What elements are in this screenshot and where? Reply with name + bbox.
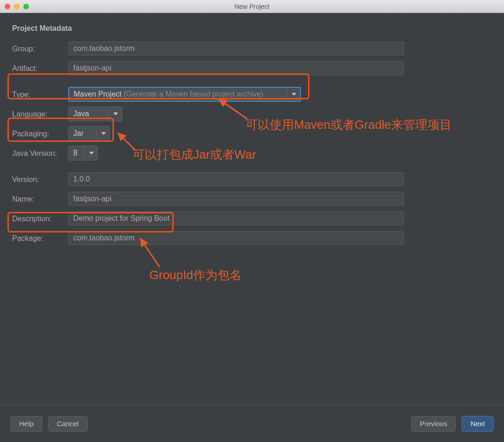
section-title: Project Metadata [12,24,492,33]
close-window-button[interactable] [5,4,10,9]
java-version-dropdown[interactable]: 8 [68,146,98,161]
artifact-input[interactable] [68,61,404,75]
label-name: Name: [12,194,68,203]
name-input[interactable] [68,192,404,206]
description-input[interactable] [68,211,404,225]
cancel-button[interactable]: Cancel [48,416,88,432]
type-dropdown-text: Maven Project (Generate a Maven based pr… [69,90,268,98]
label-java-version: Java Version: [12,148,68,158]
row-artifact: Artifact: [12,59,492,77]
annotation-groupid: GroupId作为包名 [149,267,242,283]
previous-button[interactable]: Previous [411,416,456,432]
label-artifact: Artifact: [12,63,68,73]
chevron-down-icon [109,107,122,121]
row-version: Version: [12,170,492,189]
packaging-value: Jar [69,129,88,138]
language-dropdown[interactable]: Java [68,106,122,121]
titlebar: New Project [0,0,504,13]
row-description: Description: [12,209,492,228]
version-input[interactable] [68,172,404,186]
package-input[interactable] [68,231,404,245]
label-group: Group: [12,44,68,53]
chevron-down-icon [84,146,98,160]
next-button[interactable]: Next [462,416,494,432]
type-hint: (Generate a Maven based project archive) [121,90,263,98]
content-area: Project Metadata Group: Artifact: Type: … [0,13,504,247]
chevron-down-icon [287,88,300,101]
label-description: Description: [12,214,68,223]
chevron-down-icon [97,126,110,140]
row-language: Language: Java [12,105,492,123]
label-language: Language: [12,109,68,119]
type-value: Maven Project [74,90,121,98]
language-value: Java [69,110,94,118]
java-version-value: 8 [69,149,82,157]
packaging-dropdown[interactable]: Jar [68,126,110,141]
row-type: Type: Maven Project (Generate a Maven ba… [12,85,492,104]
label-type: Type: [12,90,68,99]
group-input[interactable] [68,42,404,56]
window-title: New Project [234,3,269,10]
type-dropdown[interactable]: Maven Project (Generate a Maven based pr… [68,87,301,102]
minimize-window-button[interactable] [14,4,20,9]
label-packaging: Packaging: [12,129,68,138]
row-group: Group: [12,39,492,58]
row-java-version: Java Version: 8 [12,144,492,162]
row-name: Name: [12,189,492,208]
window-controls [5,4,29,9]
maximize-window-button[interactable] [23,4,29,9]
label-package: Package: [12,233,68,243]
help-button[interactable]: Help [10,416,42,432]
row-packaging: Packaging: Jar [12,124,492,143]
footer: Help Cancel Previous Next [0,405,504,442]
row-package: Package: [12,229,492,247]
label-version: Version: [12,175,68,184]
